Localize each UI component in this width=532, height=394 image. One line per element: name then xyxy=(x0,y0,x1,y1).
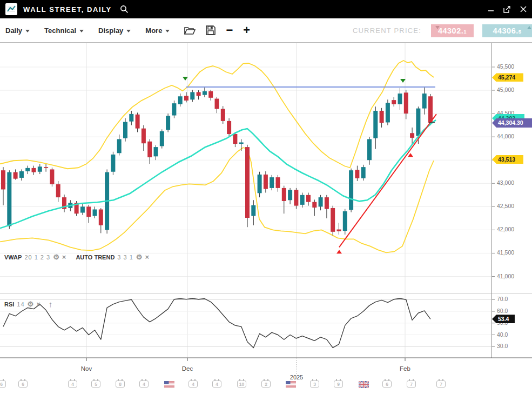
minimize-icon[interactable] xyxy=(487,5,495,14)
calendar-event-icon[interactable]: 2 xyxy=(261,380,271,388)
save-icon[interactable] xyxy=(206,25,216,35)
price-chart-canvas[interactable] xyxy=(0,43,532,394)
calendar-event-icon[interactable]: 4 xyxy=(68,380,77,388)
app-logo-chart-icon xyxy=(5,3,17,15)
calendar-event-icon[interactable]: 6 xyxy=(18,380,28,388)
move-panel-up-icon[interactable]: ↑ xyxy=(49,301,53,308)
chart-region: VWAP 20 1 2 3 ⚙ × AUTO TREND 3 3 1 ⚙ × R… xyxy=(0,43,532,394)
gear-icon[interactable]: ⚙ xyxy=(28,301,34,308)
chevron-down-icon xyxy=(126,30,131,32)
remove-indicator-icon[interactable]: × xyxy=(62,254,66,261)
symbol-title: WALL STREET, DAILY xyxy=(23,5,112,14)
popout-window-icon[interactable] xyxy=(503,5,511,14)
menu-display-label: Display xyxy=(98,26,123,35)
gear-icon[interactable]: ⚙ xyxy=(53,254,59,261)
calendar-event-icon[interactable]: 7 xyxy=(407,380,416,388)
calendar-event-icon[interactable]: 10 xyxy=(237,380,246,388)
zoom-out-button[interactable]: − xyxy=(226,25,233,36)
current-price-group: CURRENT PRICE: 44302. 1 44306. 5 xyxy=(353,18,532,43)
calendar-event-icon[interactable]: 4 xyxy=(139,380,149,388)
current-price-label: CURRENT PRICE: xyxy=(353,26,421,35)
gear-icon[interactable]: ⚙ xyxy=(136,254,143,261)
arrow-up-icon xyxy=(527,26,531,29)
calendar-event-icon[interactable]: 6 xyxy=(0,380,6,388)
menu-more-label: More xyxy=(145,26,162,35)
bid-price-fraction: 1 xyxy=(463,29,467,35)
chevron-down-icon xyxy=(165,30,170,32)
folder-open-icon[interactable] xyxy=(184,26,196,35)
toolbar: Daily Technical Display More xyxy=(0,18,532,43)
chevron-down-icon xyxy=(25,30,30,32)
menu-display[interactable]: Display xyxy=(98,26,131,35)
remove-indicator-icon[interactable]: × xyxy=(36,301,41,308)
calendar-event-icon[interactable]: 3 xyxy=(310,380,319,388)
close-icon[interactable] xyxy=(519,5,528,14)
titlebar: WALL STREET, DAILY xyxy=(0,0,532,18)
remove-indicator-icon[interactable]: × xyxy=(145,254,149,261)
menu-technical[interactable]: Technical xyxy=(44,26,84,35)
ask-price-badge: 44306. 5 xyxy=(482,24,532,37)
us-flag-icon[interactable] xyxy=(286,380,296,388)
menu-timeframe-label: Daily xyxy=(5,26,22,35)
calendar-event-icon[interactable]: 9 xyxy=(334,380,343,388)
trading-app-window: WALL STREET, DAILY xyxy=(0,0,532,394)
search-icon[interactable] xyxy=(120,5,129,14)
menu-technical-label: Technical xyxy=(44,26,76,35)
uk-flag-icon[interactable] xyxy=(359,380,369,388)
bid-price-badge: 44302. 1 xyxy=(431,24,474,37)
menu-timeframe[interactable]: Daily xyxy=(5,26,30,35)
chevron-down-icon xyxy=(79,30,84,32)
bid-price-value: 44302. xyxy=(438,26,463,35)
window-controls xyxy=(487,0,528,18)
ask-price-value: 44306. xyxy=(493,26,518,35)
ask-price-fraction: 5 xyxy=(518,29,522,35)
calendar-event-icon[interactable]: 7 xyxy=(436,380,446,388)
arrow-down-icon xyxy=(435,26,440,29)
calendar-event-icon[interactable]: 6 xyxy=(382,380,392,388)
calendar-event-icon[interactable]: 4 xyxy=(212,380,221,388)
menu-more[interactable]: More xyxy=(145,26,170,35)
us-flag-icon[interactable] xyxy=(164,380,174,388)
zoom-in-button[interactable]: + xyxy=(243,25,250,36)
calendar-event-icon[interactable]: 5 xyxy=(91,380,100,388)
calendar-event-icon[interactable]: 4 xyxy=(188,380,198,388)
calendar-event-icon[interactable]: 8 xyxy=(116,380,125,388)
